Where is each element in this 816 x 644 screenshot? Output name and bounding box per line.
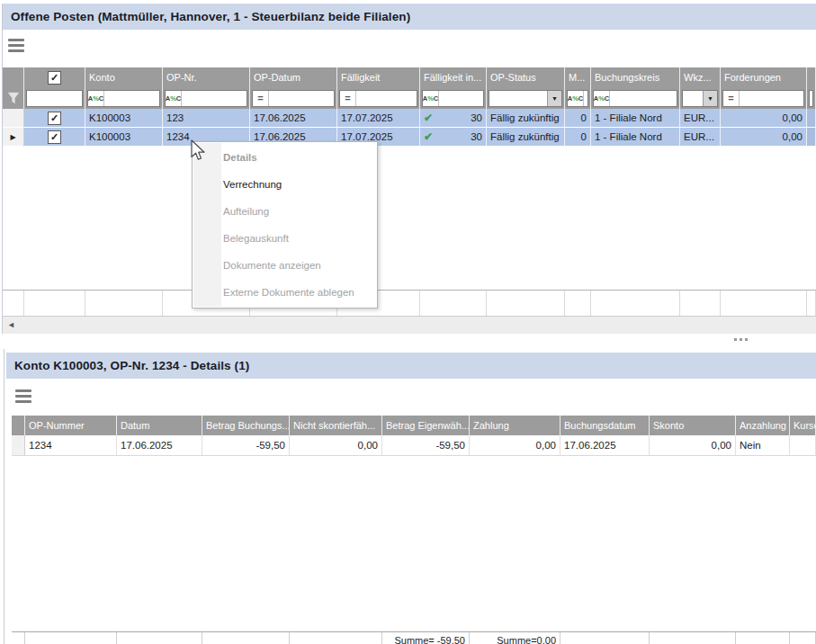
column-header-op-datum[interactable]: OP-Datum xyxy=(250,67,337,87)
menu-item-externe-dokumente-ablegen[interactable]: Externe Dokumente ablegen xyxy=(193,279,377,306)
column-header-nicht-skontierfaehig[interactable]: Nicht skontierfäh... xyxy=(290,416,382,435)
details-table-header: OP-Nummer Datum Betrag Buchungs... Nicht… xyxy=(12,416,816,435)
cell-kurs xyxy=(790,435,816,456)
text-filter-mode-icon[interactable]: A%C xyxy=(423,91,439,106)
column-header-anzahlung[interactable]: Anzahlung xyxy=(736,416,790,435)
cell-nicht-skontierfaehig: 0,00 xyxy=(290,435,382,456)
cell-forderungen: 0,00 xyxy=(721,109,807,128)
column-header-kurs[interactable]: Kurse xyxy=(790,416,816,435)
text-filter-mode-icon[interactable]: A%C xyxy=(88,91,104,106)
cell-clipped xyxy=(807,128,816,147)
row-checkbox[interactable]: ✓ xyxy=(48,130,61,144)
column-header-op-status[interactable]: OP-Status xyxy=(487,67,565,87)
menu-item-belegauskunft[interactable]: Belegauskunft xyxy=(193,225,377,252)
cell-wkz: EUR... xyxy=(680,109,721,128)
panel-splitter-grip[interactable] xyxy=(734,338,748,341)
column-header-faelligkeit[interactable]: Fälligkeit xyxy=(337,67,420,87)
column-header-faelligkeit-in[interactable]: Fälligkeit in... xyxy=(420,67,487,87)
filter-row-indicator xyxy=(3,87,24,109)
current-row-marker-icon: ▶ xyxy=(10,133,15,141)
cell-op-datum: 17.06.2025 xyxy=(250,109,337,128)
table-row-op-1234[interactable]: ▶ ✓ K100003 1234 17.06.2025 17.07.2025 ✔… xyxy=(3,128,816,147)
select-all-checkbox[interactable]: ✓ xyxy=(48,71,61,85)
open-items-summary-band xyxy=(3,290,816,317)
filter-input-op-datum[interactable]: = xyxy=(252,90,335,107)
column-header-buchungskreis[interactable]: Buchungskreis xyxy=(591,67,680,87)
column-header-op-nr[interactable]: OP-Nr. xyxy=(163,67,250,87)
scroll-left-arrow-icon[interactable]: ◄ xyxy=(7,321,15,329)
menu-item-details[interactable]: Details xyxy=(193,144,377,171)
filter-input-checkbox-col[interactable] xyxy=(26,90,83,107)
column-header-betrag-eigenwaehrung[interactable]: Betrag Eigenwäh... xyxy=(382,416,470,435)
row-checkbox[interactable]: ✓ xyxy=(48,112,61,125)
bottom-panel-left-border xyxy=(4,349,4,644)
text-filter-mode-icon[interactable]: A%C xyxy=(568,91,584,106)
column-header-forderungen[interactable]: Forderungen xyxy=(721,67,807,87)
column-header-skonto[interactable]: Skonto xyxy=(650,416,736,435)
cell-skonto: 0,00 xyxy=(650,435,736,456)
filter-input-forderungen[interactable]: = xyxy=(722,90,804,107)
column-header-op-nummer[interactable]: OP-Nummer xyxy=(25,416,117,435)
row-checkbox-cell[interactable]: ✓ xyxy=(24,128,85,147)
filter-input-op-nr[interactable]: A%C xyxy=(165,90,247,107)
hamburger-icon xyxy=(8,39,24,41)
row-selector-cell[interactable] xyxy=(12,435,25,456)
horizontal-scrollbar[interactable]: ◄ xyxy=(3,317,816,334)
text-filter-mode-icon[interactable]: A%C xyxy=(166,91,182,106)
check-icon: ✓ xyxy=(50,73,58,83)
check-icon: ✓ xyxy=(50,113,58,123)
row-checkbox-cell[interactable]: ✓ xyxy=(24,109,85,128)
details-summary-row: Summe= -59,50 Summe=0,00 xyxy=(12,631,816,644)
summary-zahlung: Summe=0,00 xyxy=(470,632,560,644)
table-row-op-123[interactable]: ✓ K100003 123 17.06.2025 17.07.2025 ✔ 30… xyxy=(3,109,816,128)
top-panel-menu-button[interactable] xyxy=(8,39,24,52)
column-header-buchungsdatum[interactable]: Buchungsdatum xyxy=(560,416,650,435)
cell-zahlung: 0,00 xyxy=(470,435,560,456)
status-check-icon: ✔ xyxy=(424,130,433,143)
cell-op-nr: 123 xyxy=(163,109,250,128)
cell-buchungsdatum: 17.06.2025 xyxy=(560,435,650,456)
dropdown-button[interactable]: ▼ xyxy=(703,91,717,106)
menu-item-verrechnung[interactable]: Verrechnung xyxy=(193,171,377,198)
menu-item-dokumente-anzeigen[interactable]: Dokumente anzeigen xyxy=(193,252,377,279)
column-header-datum[interactable]: Datum xyxy=(117,416,202,435)
row-selector-header xyxy=(3,67,24,87)
column-header-konto[interactable]: Konto xyxy=(85,67,163,87)
details-table-row[interactable]: 1234 17.06.2025 -59,50 0,00 -59,50 0,00 … xyxy=(12,435,816,456)
open-items-table-header: ✓ Konto OP-Nr. OP-Datum Fälligkeit Fälli… xyxy=(3,67,816,87)
equals-filter-mode-icon[interactable]: = xyxy=(340,91,356,106)
filter-input-faelligkeit-in[interactable]: A%C xyxy=(422,90,484,107)
text-filter-mode-icon[interactable]: A%C xyxy=(594,91,610,106)
equals-filter-mode-icon[interactable]: = xyxy=(723,91,740,106)
dropdown-button[interactable]: ▼ xyxy=(547,91,561,106)
equals-filter-mode-icon[interactable]: = xyxy=(253,91,269,106)
status-check-icon: ✔ xyxy=(424,112,433,124)
bottom-panel-menu-button[interactable] xyxy=(15,389,31,403)
filter-input-konto[interactable]: A%C xyxy=(87,90,160,107)
checkbox-column-header[interactable]: ✓ xyxy=(24,67,85,87)
cell-op-status: Fällig zukünftig xyxy=(487,128,565,147)
column-header-betrag-buchung[interactable]: Betrag Buchungs... xyxy=(202,416,290,435)
top-panel-left-border xyxy=(2,4,3,334)
column-header-m[interactable]: M... xyxy=(565,67,591,87)
menu-item-aufteilung[interactable]: Aufteilung xyxy=(193,198,377,225)
bottom-panel-title: Konto K100003, OP-Nr. 1234 - Details (1) xyxy=(14,359,249,372)
filter-input-faelligkeit[interactable]: = xyxy=(339,90,417,107)
cell-datum: 17.06.2025 xyxy=(117,435,202,456)
filter-input-buchungskreis[interactable]: A%C xyxy=(593,90,677,107)
cell-wkz: EUR... xyxy=(680,128,721,147)
row-selector-header xyxy=(12,416,25,435)
filter-funnel-icon xyxy=(7,92,20,104)
bottom-panel-titlebar: Konto K100003, OP-Nr. 1234 - Details (1) xyxy=(6,353,816,379)
top-panel-titlebar: Offene Posten (Mattmüller, Hannover, 1 -… xyxy=(3,4,816,30)
cell-konto: K100003 xyxy=(85,109,163,128)
filter-input-m[interactable]: A%C xyxy=(567,90,588,107)
open-items-filter-row: A%C A%C = = A%C ▼ A%C A%C ▼ = xyxy=(3,87,816,109)
filter-select-wkz[interactable]: ▼ xyxy=(682,90,718,107)
column-header-wkz[interactable]: Wkz... xyxy=(680,67,721,87)
cell-faelligkeit-in: ✔ 30 xyxy=(420,128,487,147)
column-header-zahlung[interactable]: Zahlung xyxy=(470,416,560,435)
row-selector-cell[interactable] xyxy=(3,109,24,128)
row-selector-cell[interactable]: ▶ xyxy=(3,128,24,147)
filter-select-op-status[interactable]: ▼ xyxy=(489,90,562,107)
